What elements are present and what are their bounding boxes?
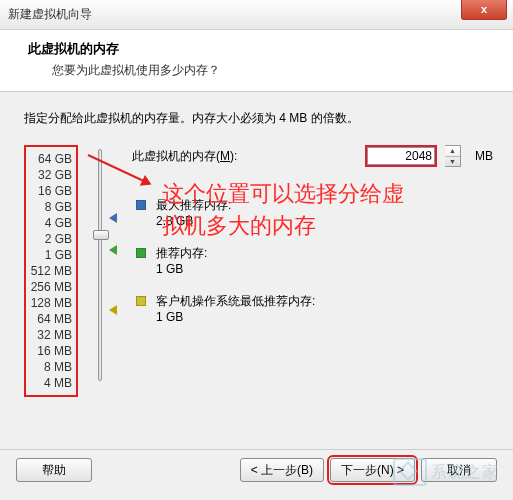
memory-input-row: 此虚拟机的内存(M): 2048 ▲ ▼ MB bbox=[132, 145, 493, 167]
cancel-button[interactable]: 取消 bbox=[421, 458, 497, 482]
stepper-up-icon[interactable]: ▲ bbox=[445, 146, 460, 157]
slider-thumb[interactable] bbox=[93, 230, 109, 240]
scale-tick: 2 GB bbox=[30, 231, 72, 247]
square-green-icon bbox=[136, 248, 146, 258]
memory-settings: 此虚拟机的内存(M): 2048 ▲ ▼ MB 最大推荐内存: 2.8 GB bbox=[122, 145, 493, 397]
hint-label: 最大推荐内存: bbox=[156, 197, 231, 213]
memory-slider[interactable] bbox=[88, 145, 112, 397]
scale-tick: 128 MB bbox=[30, 295, 72, 311]
marker-max-icon bbox=[109, 213, 117, 223]
memory-scale: 64 GB 32 GB 16 GB 8 GB 4 GB 2 GB 1 GB 51… bbox=[24, 145, 78, 397]
titlebar: 新建虚拟机向导 x bbox=[0, 0, 513, 30]
scale-tick: 8 GB bbox=[30, 199, 72, 215]
close-icon: x bbox=[481, 3, 487, 15]
memory-stepper[interactable]: ▲ ▼ bbox=[445, 145, 461, 167]
instruction-text: 指定分配给此虚拟机的内存量。内存大小必须为 4 MB 的倍数。 bbox=[24, 110, 493, 127]
scale-tick: 4 GB bbox=[30, 215, 72, 231]
square-blue-icon bbox=[136, 200, 146, 210]
scale-tick: 32 MB bbox=[30, 327, 72, 343]
scale-tick: 8 MB bbox=[30, 359, 72, 375]
square-yellow-icon bbox=[136, 296, 146, 306]
stepper-down-icon[interactable]: ▼ bbox=[445, 157, 460, 167]
scale-tick: 64 MB bbox=[30, 311, 72, 327]
memory-label: 此虚拟机的内存(M): bbox=[132, 148, 237, 165]
scale-tick: 64 GB bbox=[30, 151, 72, 167]
marker-rec-icon bbox=[109, 245, 117, 255]
hint-min: 客户机操作系统最低推荐内存: 1 GB bbox=[136, 293, 493, 325]
scale-tick: 4 MB bbox=[30, 375, 72, 391]
scale-tick: 1 GB bbox=[30, 247, 72, 263]
hint-label: 客户机操作系统最低推荐内存: bbox=[156, 293, 315, 309]
hint-value: 1 GB bbox=[156, 261, 207, 277]
hint-label: 推荐内存: bbox=[156, 245, 207, 261]
memory-input[interactable]: 2048 bbox=[367, 147, 435, 165]
scale-tick: 512 MB bbox=[30, 263, 72, 279]
scale-tick: 32 GB bbox=[30, 167, 72, 183]
wizard-footer: 帮助 < 上一步(B) 下一步(N) > 取消 bbox=[0, 449, 513, 490]
hint-max: 最大推荐内存: 2.8 GB bbox=[136, 197, 493, 229]
wizard-body: 指定分配给此虚拟机的内存量。内存大小必须为 4 MB 的倍数。 64 GB 32… bbox=[0, 92, 513, 407]
window-title: 新建虚拟机向导 bbox=[8, 6, 92, 23]
header-subtitle: 您要为此虚拟机使用多少内存？ bbox=[28, 62, 493, 79]
marker-min-icon bbox=[109, 305, 117, 315]
scale-tick: 16 MB bbox=[30, 343, 72, 359]
header-title: 此虚拟机的内存 bbox=[28, 40, 493, 58]
back-button[interactable]: < 上一步(B) bbox=[240, 458, 324, 482]
close-button[interactable]: x bbox=[461, 0, 507, 20]
scale-tick: 256 MB bbox=[30, 279, 72, 295]
help-button[interactable]: 帮助 bbox=[16, 458, 92, 482]
hint-rec: 推荐内存: 1 GB bbox=[136, 245, 493, 277]
memory-input-wrap: 2048 bbox=[365, 145, 437, 167]
slider-track bbox=[98, 149, 102, 381]
scale-tick: 16 GB bbox=[30, 183, 72, 199]
next-button[interactable]: 下一步(N) > bbox=[330, 458, 415, 482]
hint-value: 1 GB bbox=[156, 309, 315, 325]
wizard-header: 此虚拟机的内存 您要为此虚拟机使用多少内存？ bbox=[0, 30, 513, 92]
hint-value: 2.8 GB bbox=[156, 213, 231, 229]
memory-unit: MB bbox=[475, 149, 493, 163]
